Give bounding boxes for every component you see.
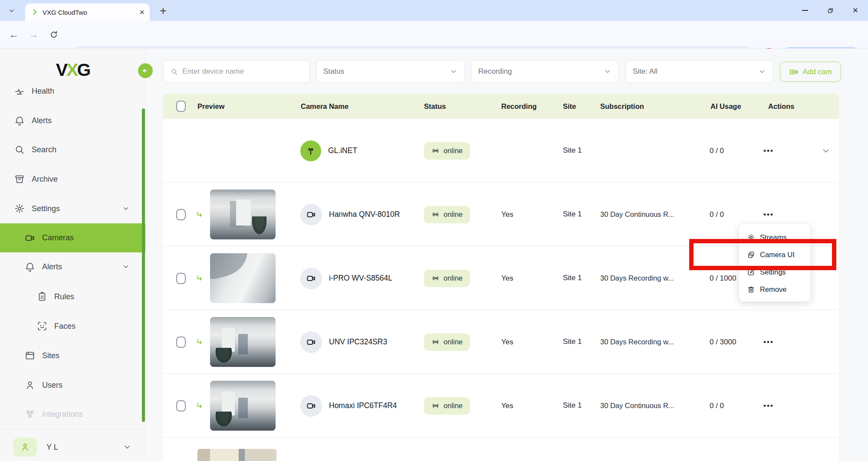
row-checkbox[interactable] xyxy=(176,337,186,348)
new-tab-button[interactable]: + xyxy=(157,4,169,18)
row-actions-button[interactable]: ••• xyxy=(763,338,774,347)
integrations-icon xyxy=(24,409,36,420)
vxg-favicon xyxy=(31,9,38,16)
status-text: online xyxy=(444,274,463,282)
chevron-down-icon xyxy=(122,263,130,271)
back-button[interactable]: ← xyxy=(7,28,21,42)
ai-usage-value: 0 / 0 xyxy=(710,119,724,183)
col-camera-name: Camera Name xyxy=(301,94,349,119)
child-arrow-icon xyxy=(195,337,205,347)
sidebar-item-cameras[interactable]: Cameras xyxy=(0,223,145,252)
row-actions-button[interactable]: ••• xyxy=(763,210,774,219)
sidebar-item-archive[interactable]: Archive xyxy=(0,170,145,188)
camera-preview[interactable] xyxy=(197,449,276,461)
sidebar-item-label: Integrations xyxy=(42,410,83,419)
recording-value: Yes xyxy=(501,310,513,374)
sidebar-item-faces[interactable]: Faces xyxy=(0,317,145,335)
chevron-down-icon xyxy=(8,7,15,14)
camera-preview[interactable] xyxy=(210,381,276,431)
status-text: online xyxy=(444,338,463,346)
table-header: Preview Camera Name Status Recording Sit… xyxy=(163,94,839,119)
sidebar-item-sites[interactable]: Sites xyxy=(0,347,145,364)
sidebar-item-label: Users xyxy=(42,381,62,390)
device-search-input[interactable] xyxy=(182,67,302,76)
tab-search-button[interactable] xyxy=(6,5,17,16)
sidebar-item-users[interactable]: Users xyxy=(0,376,145,394)
minimize-icon xyxy=(802,10,808,11)
camera-name: UNV IPC324SR3 xyxy=(329,337,387,347)
tab-close-button[interactable]: × xyxy=(139,8,145,16)
camera-preview[interactable] xyxy=(197,449,276,461)
reload-button[interactable] xyxy=(47,28,61,42)
branch-icon xyxy=(305,145,316,157)
chevron-down-icon[interactable] xyxy=(123,443,132,451)
col-ai-usage: AI Usage xyxy=(710,94,741,119)
bell-icon xyxy=(14,115,25,126)
child-arrow-icon xyxy=(195,401,205,411)
sidebar-collapse-button[interactable] xyxy=(138,63,153,78)
search-icon xyxy=(171,68,178,76)
row-actions-button[interactable]: ••• xyxy=(763,147,774,155)
window-minimize-button[interactable] xyxy=(792,0,818,21)
camera-preview[interactable] xyxy=(210,317,276,367)
sidebar-item-alerts-settings[interactable]: Alerts xyxy=(0,258,145,275)
recording-filter-dropdown[interactable]: Recording xyxy=(471,60,619,83)
cameras-table: Preview Camera Name Status Recording Sit… xyxy=(163,94,839,461)
table-row xyxy=(163,438,839,461)
sidebar-item-integrations[interactable]: Integrations xyxy=(0,405,145,422)
user-icon xyxy=(24,379,36,391)
reload-icon xyxy=(49,30,59,39)
checkbox[interactable] xyxy=(176,101,186,112)
sidebar-item-label: Settings xyxy=(32,204,60,213)
browser-tab[interactable]: VXG CloudTwo × xyxy=(25,3,150,21)
video-camera-icon xyxy=(306,209,316,220)
broadcast-icon xyxy=(431,274,440,282)
sidebar-item-label: Health xyxy=(32,88,54,96)
camera-preview[interactable] xyxy=(210,190,276,239)
sidebar-item-label: Cameras xyxy=(42,233,74,242)
sidebar-item-search[interactable]: Search xyxy=(0,141,145,158)
select-all-checkbox[interactable] xyxy=(176,94,186,119)
user-footer[interactable]: Y L xyxy=(0,435,145,460)
status-filter-dropdown[interactable]: Status xyxy=(316,60,465,83)
status-badge: online xyxy=(424,142,470,160)
row-checkbox[interactable] xyxy=(176,209,186,220)
user-name: Y L xyxy=(46,443,58,452)
search-icon xyxy=(14,144,25,155)
close-icon: × xyxy=(853,5,858,16)
broadcast-icon xyxy=(431,210,440,219)
site-filter-dropdown[interactable]: Site: All xyxy=(625,60,773,83)
status-badge: online xyxy=(424,333,470,351)
window-close-button[interactable]: × xyxy=(843,0,868,21)
add-cam-button[interactable]: Add cam xyxy=(780,62,841,82)
add-cam-label: Add cam xyxy=(802,68,832,76)
user-icon xyxy=(20,442,30,452)
forward-button[interactable]: → xyxy=(27,28,41,42)
expand-row-button[interactable] xyxy=(821,119,831,183)
ai-usage-value: 0 / 0 xyxy=(710,183,724,246)
camera-preview-grid[interactable] xyxy=(197,130,276,171)
ai-usage-value: 0 / 0 xyxy=(710,374,724,438)
tab-title: VXG CloudTwo xyxy=(43,9,139,16)
sidebar-item-health[interactable]: Health xyxy=(0,88,145,100)
sidebar-item-settings[interactable]: Settings xyxy=(0,200,145,217)
sidebar-item-alerts[interactable]: Alerts xyxy=(0,112,145,129)
row-checkbox[interactable] xyxy=(176,273,186,284)
arrow-left-icon xyxy=(141,67,149,75)
camera-preview[interactable] xyxy=(210,253,276,303)
chevron-down-icon xyxy=(604,68,612,75)
row-checkbox[interactable] xyxy=(176,400,186,412)
recording-value: Yes xyxy=(501,374,513,438)
menu-item-remove[interactable]: Remove xyxy=(739,281,810,298)
subscription-value: 30 Day Continuous R... xyxy=(600,183,674,246)
trash-icon xyxy=(747,285,755,294)
camera-icon xyxy=(24,232,36,244)
sidebar-item-rules[interactable]: Rules xyxy=(0,288,145,305)
window-restore-button[interactable] xyxy=(818,0,843,21)
browser-titlebar: VXG CloudTwo × + × xyxy=(0,0,868,21)
row-actions-button[interactable]: ••• xyxy=(763,402,774,410)
health-icon xyxy=(14,88,25,97)
sidebar-scrollbar[interactable] xyxy=(142,108,145,422)
camera-plus-icon xyxy=(789,67,799,77)
status-badge: online xyxy=(424,397,470,415)
